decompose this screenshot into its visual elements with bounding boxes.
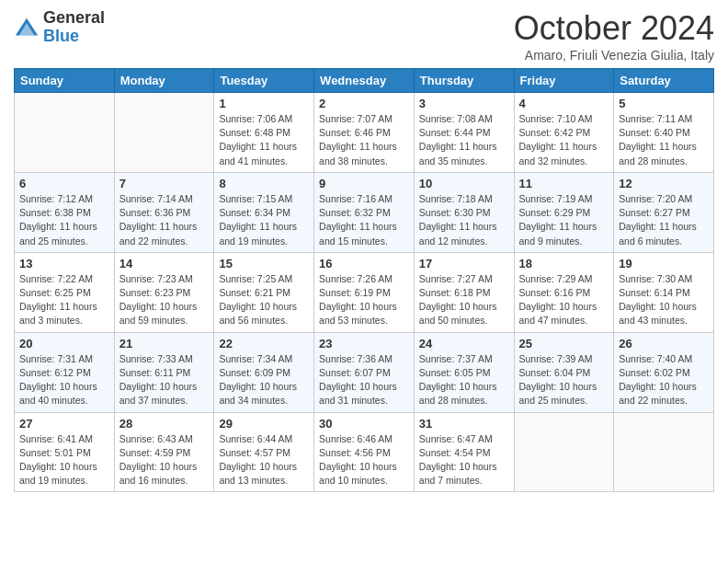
calendar-body: 1Sunrise: 7:06 AMSunset: 6:48 PMDaylight… — [15, 93, 714, 492]
calendar-cell: 30Sunrise: 6:46 AMSunset: 4:56 PMDayligh… — [314, 412, 415, 492]
calendar-cell: 23Sunrise: 7:36 AMSunset: 6:07 PMDayligh… — [314, 332, 415, 412]
calendar-cell: 25Sunrise: 7:39 AMSunset: 6:04 PMDayligh… — [514, 332, 614, 412]
day-number: 19 — [619, 257, 709, 270]
day-number: 23 — [319, 337, 409, 350]
day-number: 29 — [219, 417, 309, 431]
day-info: Sunrise: 7:10 AMSunset: 6:42 PMDaylight:… — [519, 112, 609, 168]
day-info: Sunrise: 7:14 AMSunset: 6:36 PMDaylight:… — [119, 192, 210, 248]
calendar-cell: 2Sunrise: 7:07 AMSunset: 6:46 PMDaylight… — [314, 93, 415, 173]
calendar-cell — [15, 93, 115, 173]
calendar-cell: 17Sunrise: 7:27 AMSunset: 6:18 PMDayligh… — [414, 252, 514, 332]
calendar-cell: 9Sunrise: 7:16 AMSunset: 6:32 PMDaylight… — [314, 172, 415, 252]
calendar-cell — [514, 412, 614, 492]
day-info: Sunrise: 6:41 AMSunset: 5:01 PMDaylight:… — [19, 432, 109, 488]
day-number: 12 — [619, 177, 709, 190]
day-number: 5 — [619, 97, 709, 110]
logo-icon — [14, 15, 40, 40]
column-header-monday: Monday — [114, 69, 214, 93]
calendar-cell: 3Sunrise: 7:08 AMSunset: 6:44 PMDaylight… — [414, 93, 514, 173]
day-info: Sunrise: 6:46 AMSunset: 4:56 PMDaylight:… — [319, 432, 409, 488]
calendar-cell: 10Sunrise: 7:18 AMSunset: 6:30 PMDayligh… — [414, 172, 514, 252]
calendar-cell: 16Sunrise: 7:26 AMSunset: 6:19 PMDayligh… — [314, 252, 415, 332]
day-info: Sunrise: 7:39 AMSunset: 6:04 PMDaylight:… — [519, 352, 609, 408]
calendar-cell: 12Sunrise: 7:20 AMSunset: 6:27 PMDayligh… — [614, 172, 714, 252]
day-number: 4 — [519, 97, 609, 110]
day-info: Sunrise: 7:20 AMSunset: 6:27 PMDaylight:… — [619, 192, 709, 248]
day-info: Sunrise: 7:34 AMSunset: 6:09 PMDaylight:… — [219, 352, 309, 408]
column-header-thursday: Thursday — [414, 69, 514, 93]
day-number: 6 — [19, 177, 109, 190]
day-number: 25 — [519, 337, 609, 350]
day-number: 18 — [519, 257, 609, 270]
day-info: Sunrise: 7:06 AMSunset: 6:48 PMDaylight:… — [219, 112, 309, 168]
calendar-cell: 22Sunrise: 7:34 AMSunset: 6:09 PMDayligh… — [214, 332, 314, 412]
calendar-header-row: SundayMondayTuesdayWednesdayThursdayFrid… — [15, 69, 714, 93]
calendar-cell — [114, 93, 214, 173]
day-number: 16 — [319, 257, 409, 270]
month-title: October 2024 — [514, 9, 714, 48]
day-info: Sunrise: 7:25 AMSunset: 6:21 PMDaylight:… — [219, 272, 309, 328]
week-row-3: 13Sunrise: 7:22 AMSunset: 6:25 PMDayligh… — [15, 252, 714, 332]
calendar-cell: 19Sunrise: 7:30 AMSunset: 6:14 PMDayligh… — [614, 252, 714, 332]
day-info: Sunrise: 7:08 AMSunset: 6:44 PMDaylight:… — [419, 112, 509, 168]
week-row-2: 6Sunrise: 7:12 AMSunset: 6:38 PMDaylight… — [15, 172, 714, 252]
calendar-cell: 11Sunrise: 7:19 AMSunset: 6:29 PMDayligh… — [514, 172, 614, 252]
logo: General Blue — [14, 9, 105, 46]
day-info: Sunrise: 7:27 AMSunset: 6:18 PMDaylight:… — [419, 272, 509, 328]
subtitle: Amaro, Friuli Venezia Giulia, Italy — [514, 48, 714, 63]
day-number: 3 — [419, 97, 509, 110]
column-header-saturday: Saturday — [614, 69, 714, 93]
calendar-cell: 6Sunrise: 7:12 AMSunset: 6:38 PMDaylight… — [15, 172, 115, 252]
calendar-cell: 24Sunrise: 7:37 AMSunset: 6:05 PMDayligh… — [414, 332, 514, 412]
calendar-cell: 29Sunrise: 6:44 AMSunset: 4:57 PMDayligh… — [214, 412, 314, 492]
calendar-cell: 8Sunrise: 7:15 AMSunset: 6:34 PMDaylight… — [214, 172, 314, 252]
day-number: 30 — [319, 417, 409, 431]
calendar-cell: 21Sunrise: 7:33 AMSunset: 6:11 PMDayligh… — [114, 332, 214, 412]
title-block: October 2024 Amaro, Friuli Venezia Giuli… — [514, 9, 714, 63]
day-number: 26 — [619, 337, 709, 350]
calendar-cell: 31Sunrise: 6:47 AMSunset: 4:54 PMDayligh… — [414, 412, 514, 492]
day-info: Sunrise: 6:43 AMSunset: 4:59 PMDaylight:… — [119, 432, 210, 488]
day-number: 22 — [219, 337, 309, 350]
day-number: 2 — [319, 97, 409, 110]
column-header-tuesday: Tuesday — [214, 69, 314, 93]
day-info: Sunrise: 7:33 AMSunset: 6:11 PMDaylight:… — [119, 352, 210, 408]
day-info: Sunrise: 7:12 AMSunset: 6:38 PMDaylight:… — [19, 192, 109, 248]
day-number: 21 — [119, 337, 210, 350]
calendar-cell: 13Sunrise: 7:22 AMSunset: 6:25 PMDayligh… — [15, 252, 115, 332]
day-number: 8 — [219, 177, 309, 190]
calendar-cell: 14Sunrise: 7:23 AMSunset: 6:23 PMDayligh… — [114, 252, 214, 332]
day-number: 14 — [119, 257, 210, 270]
calendar-cell: 26Sunrise: 7:40 AMSunset: 6:02 PMDayligh… — [614, 332, 714, 412]
day-number: 15 — [219, 257, 309, 270]
day-number: 11 — [519, 177, 609, 190]
day-info: Sunrise: 7:37 AMSunset: 6:05 PMDaylight:… — [419, 352, 509, 408]
day-number: 31 — [419, 417, 509, 431]
calendar-cell: 27Sunrise: 6:41 AMSunset: 5:01 PMDayligh… — [15, 412, 115, 492]
day-number: 7 — [119, 177, 210, 190]
day-info: Sunrise: 7:30 AMSunset: 6:14 PMDaylight:… — [619, 272, 709, 328]
calendar-cell: 4Sunrise: 7:10 AMSunset: 6:42 PMDaylight… — [514, 93, 614, 173]
day-number: 20 — [19, 337, 109, 350]
calendar-cell: 5Sunrise: 7:11 AMSunset: 6:40 PMDaylight… — [614, 93, 714, 173]
day-number: 1 — [219, 97, 309, 110]
day-info: Sunrise: 6:47 AMSunset: 4:54 PMDaylight:… — [419, 432, 509, 488]
day-info: Sunrise: 7:15 AMSunset: 6:34 PMDaylight:… — [219, 192, 309, 248]
day-info: Sunrise: 7:22 AMSunset: 6:25 PMDaylight:… — [19, 272, 109, 328]
day-info: Sunrise: 7:19 AMSunset: 6:29 PMDaylight:… — [519, 192, 609, 248]
day-info: Sunrise: 7:07 AMSunset: 6:46 PMDaylight:… — [319, 112, 409, 168]
calendar-cell — [614, 412, 714, 492]
day-number: 24 — [419, 337, 509, 350]
calendar-cell: 1Sunrise: 7:06 AMSunset: 6:48 PMDaylight… — [214, 93, 314, 173]
day-number: 9 — [319, 177, 409, 190]
day-number: 28 — [119, 417, 210, 431]
day-info: Sunrise: 7:31 AMSunset: 6:12 PMDaylight:… — [19, 352, 109, 408]
calendar-cell: 28Sunrise: 6:43 AMSunset: 4:59 PMDayligh… — [114, 412, 214, 492]
day-info: Sunrise: 7:26 AMSunset: 6:19 PMDaylight:… — [319, 272, 409, 328]
day-info: Sunrise: 7:40 AMSunset: 6:02 PMDaylight:… — [619, 352, 709, 408]
day-number: 10 — [419, 177, 509, 190]
week-row-4: 20Sunrise: 7:31 AMSunset: 6:12 PMDayligh… — [15, 332, 714, 412]
calendar-cell: 18Sunrise: 7:29 AMSunset: 6:16 PMDayligh… — [514, 252, 614, 332]
page-header: General Blue October 2024 Amaro, Friuli … — [14, 9, 714, 63]
logo-text: General Blue — [43, 9, 105, 46]
